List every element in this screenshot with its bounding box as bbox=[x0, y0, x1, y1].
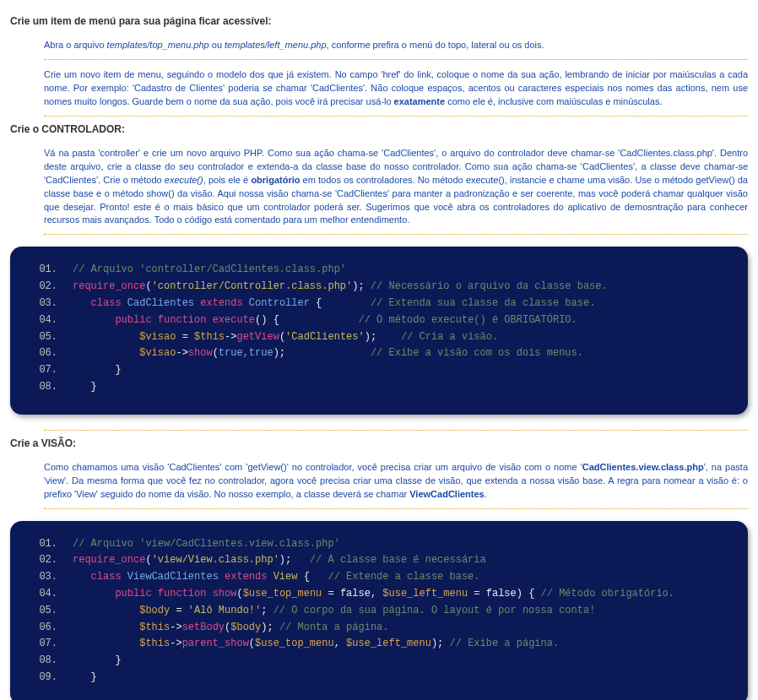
code-line: 03. class CadClientes extends Controller… bbox=[27, 296, 731, 312]
code-plain: = bbox=[170, 605, 188, 616]
code-var: $visao bbox=[139, 347, 176, 359]
line-number: 03. bbox=[27, 296, 73, 312]
code-plain: = bbox=[176, 331, 194, 343]
code-function: show bbox=[213, 588, 237, 600]
code-block-controller: 01.// Arquivo 'controller/CadClientes.cl… bbox=[10, 247, 748, 414]
code-function: parent_show bbox=[182, 638, 249, 649]
code-plain: ( bbox=[279, 331, 285, 343]
code-comment: // Cria a visão. bbox=[376, 331, 498, 343]
code-line: 02.require_once('view/View.class.php'); … bbox=[27, 552, 731, 569]
code-function: execute bbox=[213, 314, 255, 326]
code-comment: // Extenda sua classe da classe base. bbox=[322, 297, 595, 309]
code-var: $body bbox=[230, 621, 261, 633]
note: Abra o arquivo templates/top_menu.php ou… bbox=[44, 35, 748, 60]
code-line: 02.require_once('controller/Controller.c… bbox=[27, 279, 731, 296]
emphasis: exatamente bbox=[394, 96, 446, 106]
heading-view: Crie a VISÃO: bbox=[10, 437, 748, 449]
code-plain: ); bbox=[261, 621, 273, 633]
text: como ele é, inclusive com maiúsculas e m… bbox=[445, 96, 662, 106]
code-var: $use_top_menu bbox=[243, 588, 322, 600]
code-plain: ( bbox=[236, 588, 242, 600]
code-class: Controller bbox=[243, 297, 316, 309]
code-plain: ); bbox=[279, 554, 291, 566]
line-number: 01. bbox=[27, 536, 73, 553]
code-line: 07. } bbox=[27, 362, 731, 379]
code-plain: ( bbox=[145, 280, 151, 292]
code-string: 'view/View.class.php' bbox=[152, 554, 279, 566]
text: ou bbox=[209, 40, 225, 50]
file-path: templates/top_menu.php bbox=[107, 40, 209, 50]
code-keyword: extends bbox=[225, 571, 267, 583]
line-number: 08. bbox=[27, 653, 73, 670]
emphasis: obrigatório bbox=[251, 175, 300, 185]
class-link[interactable]: ViewCadClientes bbox=[409, 489, 484, 499]
line-number: 06. bbox=[27, 620, 73, 637]
code-line: 01.// Arquivo 'view/CadClientes.view.cla… bbox=[27, 536, 731, 553]
code-line: 04. public function show($use_top_menu =… bbox=[27, 586, 731, 603]
text: . bbox=[485, 489, 487, 499]
code-var: $visao bbox=[139, 331, 176, 343]
code-keyword: public bbox=[115, 314, 157, 326]
code-plain: -> bbox=[170, 638, 181, 649]
text: Abra o arquivo bbox=[44, 40, 107, 50]
code-plain: ); bbox=[273, 347, 285, 359]
code-plain: -> bbox=[176, 347, 187, 359]
line-number: 02. bbox=[27, 552, 73, 569]
code-plain: ( bbox=[213, 347, 219, 359]
code-var: $this bbox=[139, 621, 170, 633]
code-plain: ); bbox=[431, 638, 443, 649]
note: Crie um novo item de menu, seguindo o mo… bbox=[44, 65, 748, 117]
code-string: 'Alô Mundo!' bbox=[188, 605, 261, 616]
line-number: 02. bbox=[27, 279, 73, 296]
code-line: 06. $visao->show(true,true); // Exibe a … bbox=[27, 345, 731, 362]
code-line: 03. class ViewCadClientes extends View {… bbox=[27, 569, 731, 586]
code-line: 04. public function execute() { // O mét… bbox=[27, 312, 731, 329]
code-var: $use_top_menu bbox=[255, 638, 334, 649]
code-var: $this bbox=[194, 331, 225, 343]
note: Como chamamos uma visão 'CadClientes' co… bbox=[44, 458, 748, 509]
code-line: 08. } bbox=[27, 653, 731, 670]
code-comment: // Arquivo 'controller/CadClientes.class… bbox=[73, 263, 346, 275]
heading-controller: Crie o CONTROLADOR: bbox=[10, 123, 748, 135]
code-comment: // Monta a página. bbox=[273, 621, 389, 633]
line-number: 09. bbox=[27, 670, 73, 686]
code-line: 01.// Arquivo 'controller/CadClientes.cl… bbox=[27, 262, 731, 279]
code-keyword: class bbox=[91, 571, 122, 583]
note: Vá na pasta 'controller' e crie um novo … bbox=[44, 144, 748, 236]
code-block-view: 01.// Arquivo 'view/CadClientes.view.cla… bbox=[10, 521, 748, 700]
line-number: 07. bbox=[27, 636, 73, 653]
code-keyword: require_once bbox=[73, 554, 145, 566]
code-comment: // Extende a classe base. bbox=[310, 571, 480, 583]
text: , conforme prefira o menú do topo, later… bbox=[327, 40, 544, 50]
code-plain: = false bbox=[468, 588, 517, 600]
method-name: execute() bbox=[165, 175, 203, 185]
code-class: View bbox=[267, 571, 303, 583]
code-string: 'CadClientes' bbox=[285, 331, 365, 343]
code-string: 'controller/Controller.class.php' bbox=[152, 280, 353, 292]
divider bbox=[44, 430, 748, 431]
code-plain: ); bbox=[352, 280, 364, 292]
line-number: 05. bbox=[27, 329, 73, 346]
code-plain: { bbox=[304, 571, 310, 583]
line-number: 08. bbox=[27, 379, 73, 396]
code-keyword: function bbox=[158, 588, 213, 600]
code-class: ViewCadClientes bbox=[122, 571, 225, 583]
code-plain: = false, bbox=[322, 588, 382, 600]
code-line: 05. $visao = $this->getView('CadClientes… bbox=[27, 329, 731, 346]
code-keyword: function bbox=[158, 314, 213, 326]
code-plain: } bbox=[91, 671, 97, 683]
code-line: 05. $body = 'Alô Mundo!'; // O corpo da … bbox=[27, 603, 731, 620]
code-plain: ( bbox=[249, 638, 255, 649]
line-number: 04. bbox=[27, 312, 73, 329]
code-comment: // O corpo da sua página. O layout é por… bbox=[267, 605, 595, 616]
code-plain: -> bbox=[170, 621, 181, 633]
line-number: 07. bbox=[27, 362, 73, 379]
code-comment: // A classe base é necessária bbox=[291, 554, 485, 566]
code-keyword: require_once bbox=[73, 280, 145, 292]
line-number: 06. bbox=[27, 345, 73, 362]
code-plain: ( bbox=[145, 554, 151, 566]
code-plain: ) { bbox=[517, 588, 535, 600]
file-path: templates/left_menu.php bbox=[225, 40, 326, 50]
code-plain: -> bbox=[225, 331, 236, 343]
code-function: setBody bbox=[182, 621, 225, 633]
